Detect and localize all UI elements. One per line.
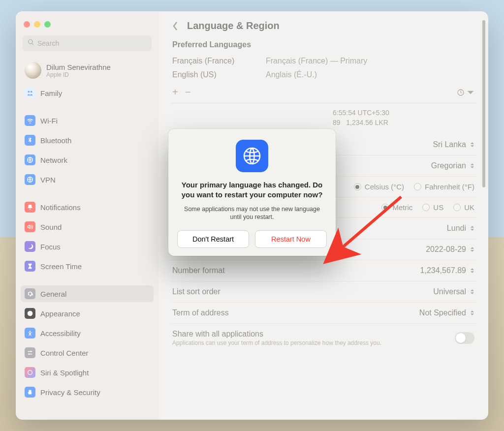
dialog-title: Your primary language has changed. Do yo…	[177, 180, 327, 200]
dialog-backdrop: Your primary language has changed. Do yo…	[0, 0, 504, 431]
globe-app-icon	[236, 140, 268, 172]
dialog-subtitle: Some applications may not use the new la…	[177, 205, 327, 222]
restart-dialog: Your primary language has changed. Do yo…	[168, 129, 336, 256]
dont-restart-button[interactable]: Don't Restart	[177, 230, 249, 248]
restart-now-button[interactable]: Restart Now	[255, 230, 327, 248]
